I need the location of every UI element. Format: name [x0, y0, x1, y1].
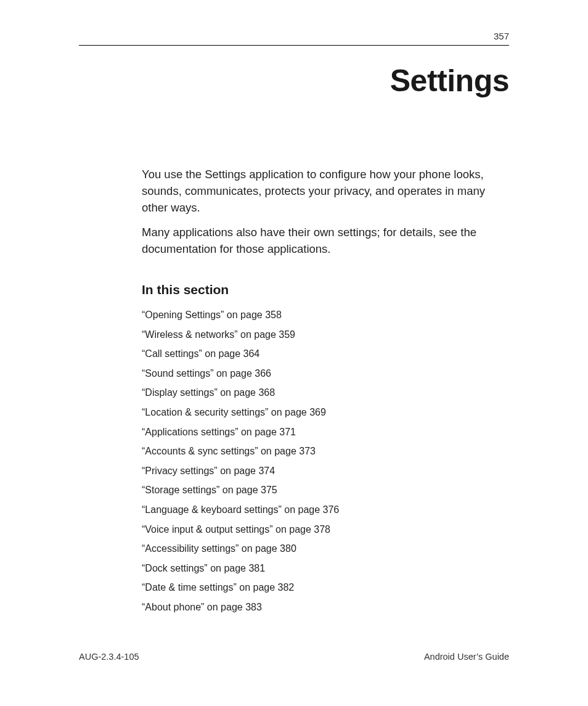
toc-entry[interactable]: “Dock settings” on page 381: [142, 562, 509, 575]
header-rule: [79, 45, 509, 46]
toc-entry[interactable]: “Applications settings” on page 371: [142, 425, 509, 439]
toc-entry[interactable]: “Wireless & networks” on page 359: [142, 328, 509, 342]
toc-entry[interactable]: “Sound settings” on page 366: [142, 367, 509, 380]
footer-doc-id: AUG-2.3.4-105: [79, 652, 139, 662]
toc-list: “Opening Settings” on page 358 “Wireless…: [142, 308, 509, 614]
intro-paragraph: Many applications also have their own se…: [142, 224, 509, 258]
document-page: 357 Settings You use the Settings applic…: [0, 0, 588, 706]
page-title: Settings: [79, 63, 509, 99]
body-content: You use the Settings application to conf…: [142, 166, 509, 614]
intro-paragraph: You use the Settings application to conf…: [142, 166, 509, 216]
footer-doc-title: Android User’s Guide: [424, 652, 509, 662]
section-subhead: In this section: [142, 282, 509, 297]
toc-entry[interactable]: “Accessibility settings” on page 380: [142, 542, 509, 556]
toc-entry[interactable]: “Opening Settings” on page 358: [142, 308, 509, 322]
toc-entry[interactable]: “Voice input & output settings” on page …: [142, 523, 509, 536]
toc-entry[interactable]: “About phone” on page 383: [142, 601, 509, 614]
toc-entry[interactable]: “Display settings” on page 368: [142, 386, 509, 400]
toc-entry[interactable]: “Privacy settings” on page 374: [142, 464, 509, 478]
toc-entry[interactable]: “Language & keyboard settings” on page 3…: [142, 503, 509, 517]
toc-entry[interactable]: “Accounts & sync settings” on page 373: [142, 445, 509, 458]
page-number: 357: [79, 31, 509, 41]
toc-entry[interactable]: “Storage settings” on page 375: [142, 483, 509, 497]
page-footer: AUG-2.3.4-105 Android User’s Guide: [79, 652, 509, 662]
toc-entry[interactable]: “Call settings” on page 364: [142, 347, 509, 361]
toc-entry[interactable]: “Location & security settings” on page 3…: [142, 406, 509, 419]
toc-entry[interactable]: “Date & time settings” on page 382: [142, 581, 509, 594]
